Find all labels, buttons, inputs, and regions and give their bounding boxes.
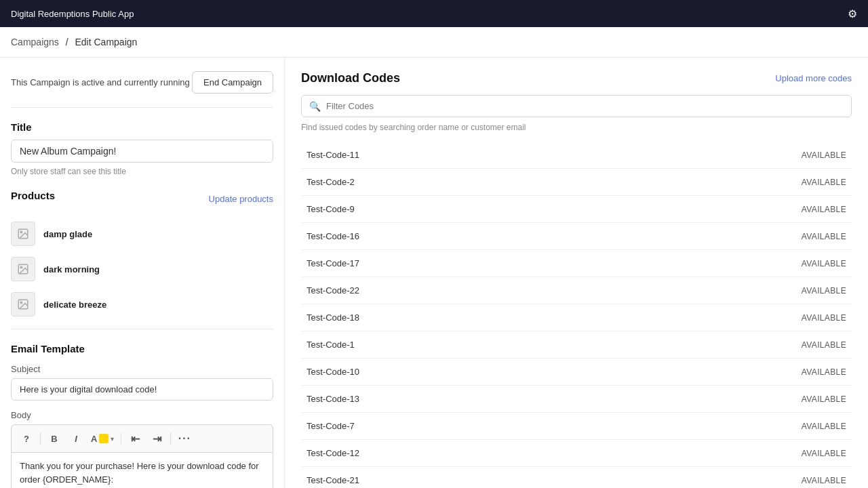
download-codes-title: Download Codes bbox=[301, 71, 400, 85]
code-row[interactable]: Test-Code-7 AVAILABLE bbox=[301, 413, 852, 440]
upload-more-codes-link[interactable]: Upload more codes bbox=[775, 73, 852, 83]
main-layout: This Campaign is active and currently ru… bbox=[0, 58, 868, 488]
product-item: delicate breeze bbox=[11, 287, 273, 322]
filter-hint: Find issued codes by searching order nam… bbox=[301, 123, 852, 132]
code-name: Test-Code-22 bbox=[307, 285, 359, 296]
product-item: damp glade bbox=[11, 216, 273, 251]
code-name: Test-Code-13 bbox=[307, 394, 359, 404]
code-row[interactable]: Test-Code-10 AVAILABLE bbox=[301, 359, 852, 386]
code-status: AVAILABLE bbox=[802, 340, 846, 350]
breadcrumb-separator: / bbox=[66, 37, 68, 47]
product-name: delicate breeze bbox=[43, 300, 106, 310]
title-label: Title bbox=[11, 121, 273, 133]
product-thumbnail bbox=[11, 257, 35, 281]
code-status: AVAILABLE bbox=[802, 367, 846, 377]
code-name: Test-Code-2 bbox=[307, 177, 355, 187]
email-template-section: Email Template Subject Body ? B I A ▾ ⇤ … bbox=[11, 343, 273, 488]
code-name: Test-Code-11 bbox=[307, 150, 359, 160]
code-status: AVAILABLE bbox=[802, 449, 846, 458]
product-thumbnail bbox=[11, 292, 35, 317]
code-name: Test-Code-17 bbox=[307, 258, 359, 268]
help-toolbar-button[interactable]: ? bbox=[17, 429, 36, 448]
code-name: Test-Code-18 bbox=[307, 312, 359, 323]
code-name: Test-Code-7 bbox=[307, 421, 355, 431]
code-row[interactable]: Test-Code-16 AVAILABLE bbox=[301, 223, 852, 250]
align-left-toolbar-button[interactable]: ⇤ bbox=[125, 429, 144, 448]
body-editor[interactable]: Thank you for your purchase! Here is you… bbox=[11, 452, 273, 488]
app-title: Digital Redemptions Public App bbox=[11, 9, 134, 19]
products-section: Products Update products damp glade dark… bbox=[11, 190, 273, 329]
more-toolbar-button[interactable]: ··· bbox=[175, 429, 194, 448]
breadcrumb: Campaigns / Edit Campaign bbox=[0, 27, 868, 58]
code-name: Test-Code-10 bbox=[307, 367, 359, 377]
code-row[interactable]: Test-Code-9 AVAILABLE bbox=[301, 196, 852, 223]
svg-point-1 bbox=[20, 231, 22, 232]
code-row[interactable]: Test-Code-11 AVAILABLE bbox=[301, 142, 852, 169]
toolbar-divider-2 bbox=[121, 432, 121, 445]
highlight-letter: A bbox=[91, 434, 97, 444]
subject-input[interactable] bbox=[11, 378, 273, 401]
code-row[interactable]: Test-Code-22 AVAILABLE bbox=[301, 277, 852, 304]
code-row[interactable]: Test-Code-21 AVAILABLE bbox=[301, 467, 852, 488]
code-status: AVAILABLE bbox=[802, 286, 846, 296]
title-hint: Only store staff can see this title bbox=[11, 167, 273, 176]
code-status: AVAILABLE bbox=[802, 178, 846, 187]
code-status: AVAILABLE bbox=[802, 205, 846, 214]
products-header: Products Update products bbox=[11, 190, 273, 208]
body-text: Thank you for your purchase! Here is you… bbox=[20, 461, 259, 485]
email-template-label: Email Template bbox=[11, 343, 273, 354]
code-status: AVAILABLE bbox=[802, 313, 846, 323]
code-status: AVAILABLE bbox=[802, 422, 846, 431]
end-campaign-button[interactable]: End Campaign bbox=[192, 71, 273, 94]
align-center-toolbar-button[interactable]: ⇥ bbox=[147, 429, 166, 448]
top-bar: Digital Redemptions Public App ⚙ bbox=[0, 0, 868, 27]
toolbar-divider-1 bbox=[40, 432, 41, 445]
settings-icon[interactable]: ⚙ bbox=[848, 7, 857, 20]
bold-toolbar-button[interactable]: B bbox=[45, 429, 64, 448]
code-row[interactable]: Test-Code-13 AVAILABLE bbox=[301, 386, 852, 413]
code-row[interactable]: Test-Code-18 AVAILABLE bbox=[301, 304, 852, 331]
left-panel: This Campaign is active and currently ru… bbox=[0, 58, 285, 488]
italic-toolbar-button[interactable]: I bbox=[66, 429, 85, 448]
toolbar-divider-3 bbox=[170, 432, 171, 445]
campaign-status-bar: This Campaign is active and currently ru… bbox=[11, 71, 273, 108]
code-name: Test-Code-1 bbox=[307, 340, 355, 350]
editor-toolbar: ? B I A ▾ ⇤ ⇥ ··· bbox=[11, 424, 273, 452]
highlight-toolbar-group[interactable]: A ▾ bbox=[88, 434, 117, 444]
product-name: dark morning bbox=[43, 264, 100, 274]
campaign-status-text: This Campaign is active and currently ru… bbox=[11, 77, 190, 87]
download-codes-header: Download Codes Upload more codes bbox=[301, 71, 852, 85]
highlight-color-swatch bbox=[99, 434, 108, 443]
svg-point-3 bbox=[20, 266, 22, 268]
products-label: Products bbox=[11, 190, 55, 201]
title-section: Title Only store staff can see this titl… bbox=[11, 121, 273, 176]
highlight-chevron: ▾ bbox=[111, 435, 114, 443]
update-products-link[interactable]: Update products bbox=[209, 194, 273, 204]
code-row[interactable]: Test-Code-2 AVAILABLE bbox=[301, 169, 852, 196]
code-row[interactable]: Test-Code-17 AVAILABLE bbox=[301, 250, 852, 277]
products-list: damp glade dark morning delicate breeze bbox=[11, 216, 273, 322]
code-name: Test-Code-12 bbox=[307, 448, 359, 458]
svg-point-5 bbox=[20, 302, 22, 303]
search-icon: 🔍 bbox=[309, 101, 321, 112]
product-thumbnail bbox=[11, 222, 35, 246]
codes-list: Test-Code-11 AVAILABLE Test-Code-2 AVAIL… bbox=[301, 142, 852, 488]
code-status: AVAILABLE bbox=[802, 150, 846, 160]
title-input[interactable] bbox=[11, 140, 273, 163]
breadcrumb-parent[interactable]: Campaigns bbox=[11, 37, 59, 47]
breadcrumb-current: Edit Campaign bbox=[75, 37, 138, 47]
subject-label: Subject bbox=[11, 364, 273, 374]
code-status: AVAILABLE bbox=[802, 476, 846, 485]
code-status: AVAILABLE bbox=[802, 232, 846, 241]
code-name: Test-Code-9 bbox=[307, 204, 355, 214]
code-name: Test-Code-21 bbox=[307, 475, 359, 485]
code-row[interactable]: Test-Code-12 AVAILABLE bbox=[301, 440, 852, 467]
body-label: Body bbox=[11, 410, 273, 420]
code-name: Test-Code-16 bbox=[307, 231, 359, 241]
product-name: damp glade bbox=[43, 229, 92, 239]
code-row[interactable]: Test-Code-1 AVAILABLE bbox=[301, 331, 852, 359]
code-status: AVAILABLE bbox=[802, 259, 846, 268]
filter-input-wrapper: 🔍 bbox=[301, 95, 852, 117]
filter-codes-input[interactable] bbox=[301, 95, 852, 117]
right-panel: Download Codes Upload more codes 🔍 Find … bbox=[285, 58, 868, 488]
